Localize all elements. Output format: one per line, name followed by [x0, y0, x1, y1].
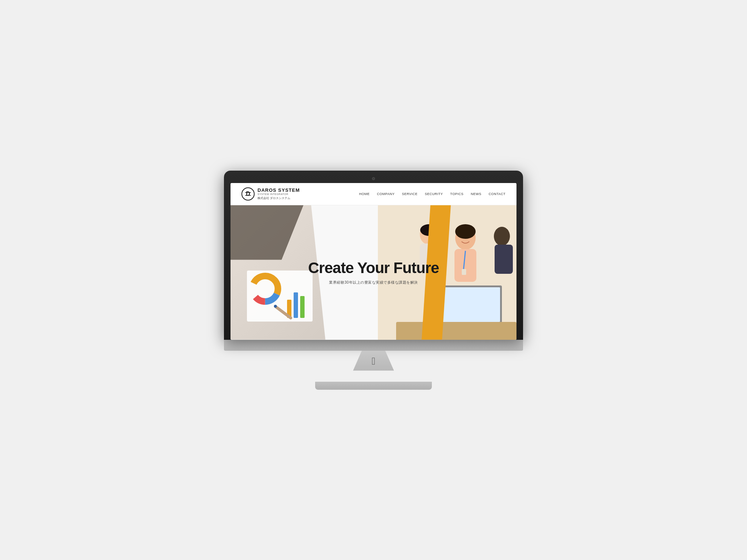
- svg-rect-17: [495, 245, 513, 274]
- logo-text-area: DAROS SYSTEM SYSTEM INTEGRATOR 株式会社 ダロスシ…: [258, 187, 300, 200]
- imac-screen: D DAROS SYSTEM SYSTEM INTEGRATOR 株式会社 ダロ…: [231, 183, 516, 340]
- svg-point-21: [455, 224, 476, 239]
- svg-point-16: [494, 227, 510, 246]
- svg-point-10: [274, 305, 277, 308]
- nav-links: HOME COMPANY SERVICE SECURITY TOPICS NEW…: [359, 192, 506, 196]
- svg-text:D: D: [246, 191, 250, 197]
- nav-company[interactable]: COMPANY: [377, 192, 395, 196]
- logo-brand: DAROS SYSTEM: [258, 187, 300, 193]
- logo-icon: D: [241, 187, 255, 201]
- imac-camera: [372, 177, 375, 180]
- nav-security[interactable]: SECURITY: [425, 192, 443, 196]
- hero-section: Create Your Future 業界経験30年以上の豊富な実績で多様な課題…: [231, 205, 516, 340]
- logo-japanese: 株式会社 ダロスシステム: [258, 196, 300, 200]
- imac-scene: D DAROS SYSTEM SYSTEM INTEGRATOR 株式会社 ダロ…: [224, 171, 523, 390]
- nav-home[interactable]: HOME: [359, 192, 370, 196]
- imac-stand-base: [315, 382, 432, 390]
- logo-area: D DAROS SYSTEM SYSTEM INTEGRATOR 株式会社 ダロ…: [241, 187, 300, 201]
- hero-text-content: Create Your Future 業界経験30年以上の豊富な実績で多様な課題…: [301, 260, 446, 285]
- svg-rect-7: [294, 292, 298, 318]
- imac-monitor: D DAROS SYSTEM SYSTEM INTEGRATOR 株式会社 ダロ…: [224, 171, 523, 340]
- website-content: D DAROS SYSTEM SYSTEM INTEGRATOR 株式会社 ダロ…: [231, 183, 516, 340]
- logo-subtitle: SYSTEM INTEGRATOR: [258, 193, 300, 195]
- hero-subtitle: 業界経験30年以上の豊富な実績で多様な課題を解決: [301, 280, 446, 285]
- navigation-bar: D DAROS SYSTEM SYSTEM INTEGRATOR 株式会社 ダロ…: [231, 183, 516, 205]
- svg-rect-24: [462, 269, 466, 275]
- nav-service[interactable]: SERVICE: [402, 192, 418, 196]
- imac-chin: [224, 340, 523, 351]
- nav-topics[interactable]: TOPICS: [450, 192, 463, 196]
- svg-rect-19: [438, 287, 500, 322]
- nav-news[interactable]: NEWS: [471, 192, 481, 196]
- nav-contact[interactable]: CONTACT: [489, 192, 506, 196]
- svg-rect-20: [396, 322, 516, 340]
- hero-title: Create Your Future: [301, 260, 446, 276]
- apple-logo-icon: : [372, 355, 375, 367]
- svg-rect-8: [300, 296, 305, 318]
